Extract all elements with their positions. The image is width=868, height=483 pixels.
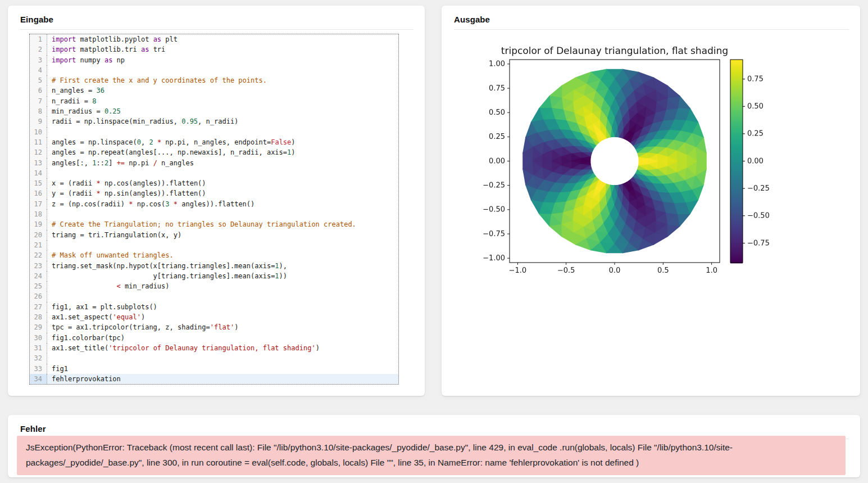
code-text[interactable]: z = (np.cos(radii) * np.cos(3 * angles))… [47, 199, 398, 209]
code-line-14[interactable]: 14 [30, 168, 398, 178]
code-text[interactable]: angles = np.repeat(angles[..., np.newaxi… [47, 147, 398, 157]
line-number: 16 [30, 188, 47, 198]
code-text[interactable]: min_radius = 0.25 [47, 106, 398, 116]
code-line-11[interactable]: 11angles = np.linspace(0, 2 * np.pi, n_a… [30, 137, 398, 147]
line-number: 12 [30, 147, 47, 157]
input-panel: Eingabe 1import matplotlib.pyplot as plt… [8, 6, 425, 396]
code-text[interactable]: triang = tri.Triangulation(x, y) [47, 230, 398, 240]
code-line-21[interactable]: 21 [30, 240, 398, 250]
code-line-8[interactable]: 8min_radius = 0.25 [30, 106, 398, 116]
code-line-4[interactable]: 4 [30, 65, 398, 75]
line-number: 21 [30, 240, 47, 250]
error-panel-title: Fehler [8, 415, 860, 434]
code-text[interactable] [47, 127, 398, 137]
code-text[interactable]: n_angles = 36 [47, 85, 398, 96]
line-number: 20 [30, 230, 47, 240]
line-number: 9 [30, 116, 47, 127]
code-line-31[interactable]: 31ax1.set_title('tripcolor of Delaunay t… [30, 343, 398, 353]
code-text[interactable]: import matplotlib.tri as tri [47, 44, 398, 55]
code-line-9[interactable]: 9radii = np.linspace(min_radius, 0.95, n… [30, 116, 398, 127]
line-number: 28 [30, 312, 47, 322]
line-number: 25 [30, 281, 47, 291]
output-panel-title: Ausgabe [442, 6, 860, 24]
code-text[interactable]: angles = np.linspace(0, 2 * np.pi, n_ang… [47, 137, 398, 147]
code-text[interactable]: # Create the Triangulation; no triangles… [47, 219, 398, 229]
code-line-28[interactable]: 28ax1.set_aspect('equal') [30, 312, 398, 322]
line-number: 7 [30, 96, 47, 106]
code-line-3[interactable]: 3import numpy as np [30, 55, 398, 65]
code-text[interactable]: # First create the x and y coordinates o… [47, 75, 398, 85]
line-number: 24 [30, 271, 47, 281]
code-text[interactable] [47, 65, 398, 75]
line-number: 19 [30, 219, 47, 229]
code-editor[interactable]: 1import matplotlib.pyplot as plt2import … [29, 34, 399, 385]
code-line-15[interactable]: 15x = (radii * np.cos(angles)).flatten() [30, 178, 398, 188]
code-line-24[interactable]: 24 y[triang.triangles].mean(axis=1)) [30, 271, 398, 281]
code-text[interactable]: radii = np.linspace(min_radius, 0.95, n_… [47, 116, 398, 127]
line-number: 26 [30, 291, 47, 301]
code-text[interactable]: x = (radii * np.cos(angles)).flatten() [47, 178, 398, 188]
matplotlib-figure [474, 37, 778, 292]
code-line-13[interactable]: 13angles[:, 1::2] += np.pi / n_angles [30, 158, 398, 168]
code-line-6[interactable]: 6n_angles = 36 [30, 85, 398, 96]
line-number: 34 [30, 374, 47, 384]
code-text[interactable]: fehlerprovokation [47, 374, 398, 384]
code-text[interactable]: angles[:, 1::2] += np.pi / n_angles [47, 158, 398, 168]
code-text[interactable] [47, 168, 398, 178]
code-line-32[interactable]: 32 [30, 353, 398, 363]
code-line-20[interactable]: 20triang = tri.Triangulation(x, y) [30, 230, 398, 240]
line-number: 3 [30, 55, 47, 65]
code-text[interactable]: import numpy as np [47, 55, 398, 65]
code-line-29[interactable]: 29tpc = ax1.tripcolor(triang, z, shading… [30, 322, 398, 332]
divider [454, 29, 849, 30]
line-number: 31 [30, 343, 47, 353]
code-text[interactable]: y[triang.triangles].mean(axis=1)) [47, 271, 398, 281]
code-line-12[interactable]: 12angles = np.repeat(angles[..., np.newa… [30, 147, 398, 157]
line-number: 33 [30, 364, 47, 374]
code-line-10[interactable]: 10 [30, 127, 398, 137]
code-line-2[interactable]: 2import matplotlib.tri as tri [30, 44, 398, 55]
code-line-17[interactable]: 17z = (np.cos(radii) * np.cos(3 * angles… [30, 199, 398, 209]
line-number: 17 [30, 199, 47, 209]
code-text[interactable]: ax1.set_aspect('equal') [47, 312, 398, 322]
code-text[interactable] [47, 353, 398, 363]
line-number: 30 [30, 333, 47, 343]
line-number: 11 [30, 137, 47, 147]
code-text[interactable]: fig1, ax1 = plt.subplots() [47, 302, 398, 312]
code-line-33[interactable]: 33fig1 [30, 364, 398, 374]
line-number: 14 [30, 168, 47, 178]
code-line-30[interactable]: 30fig1.colorbar(tpc) [30, 333, 398, 343]
code-text[interactable]: n_radii = 8 [47, 96, 398, 106]
code-line-19[interactable]: 19# Create the Triangulation; no triangl… [30, 219, 398, 229]
input-panel-title: Eingabe [8, 6, 425, 24]
code-line-16[interactable]: 16y = (radii * np.sin(angles)).flatten() [30, 188, 398, 198]
code-line-25[interactable]: 25 < min_radius) [30, 281, 398, 291]
error-message: JsException(PythonError: Traceback (most… [17, 436, 846, 475]
code-text[interactable]: < min_radius) [47, 281, 398, 291]
code-line-34[interactable]: 34fehlerprovokation [30, 374, 398, 384]
code-text[interactable]: y = (radii * np.sin(angles)).flatten() [47, 188, 398, 198]
code-line-26[interactable]: 26 [30, 291, 398, 301]
code-text[interactable] [47, 291, 398, 301]
line-number: 10 [30, 127, 47, 137]
code-text[interactable]: # Mask off unwanted triangles. [47, 250, 398, 260]
line-number: 29 [30, 322, 47, 332]
code-line-5[interactable]: 5# First create the x and y coordinates … [30, 75, 398, 85]
code-line-22[interactable]: 22# Mask off unwanted triangles. [30, 250, 398, 260]
code-text[interactable] [47, 209, 398, 219]
code-line-18[interactable]: 18 [30, 209, 398, 219]
output-panel: Ausgabe [442, 6, 860, 396]
code-text[interactable]: triang.set_mask(np.hypot(x[triang.triang… [47, 261, 398, 271]
code-line-27[interactable]: 27fig1, ax1 = plt.subplots() [30, 302, 398, 312]
error-panel: Fehler JsException(PythonError: Tracebac… [8, 415, 860, 477]
code-text[interactable]: tpc = ax1.tripcolor(triang, z, shading='… [47, 322, 398, 332]
line-number: 1 [30, 34, 47, 44]
code-line-7[interactable]: 7n_radii = 8 [30, 96, 398, 106]
code-text[interactable]: ax1.set_title('tripcolor of Delaunay tri… [47, 343, 398, 353]
code-line-23[interactable]: 23triang.set_mask(np.hypot(x[triang.tria… [30, 261, 398, 271]
code-text[interactable]: fig1 [47, 364, 398, 374]
code-line-1[interactable]: 1import matplotlib.pyplot as plt [30, 34, 398, 44]
code-text[interactable]: fig1.colorbar(tpc) [47, 333, 398, 343]
code-text[interactable] [47, 240, 398, 250]
code-text[interactable]: import matplotlib.pyplot as plt [47, 34, 398, 44]
